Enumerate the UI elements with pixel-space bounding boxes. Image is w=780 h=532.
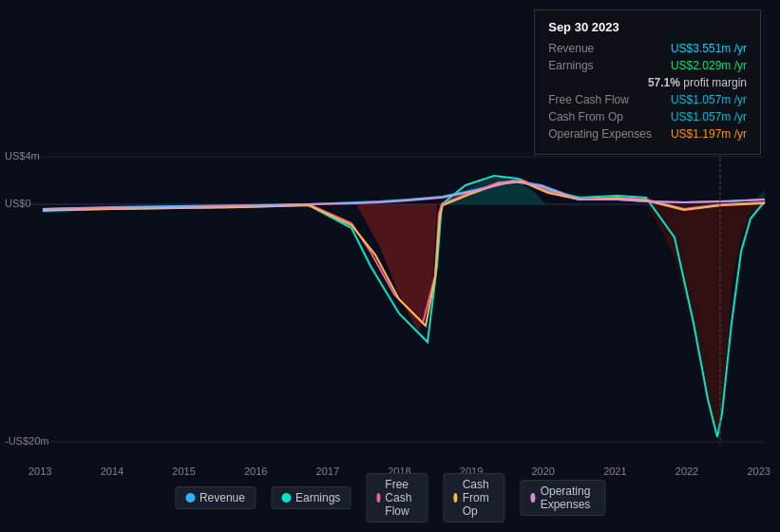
- x-label-2023: 2023: [747, 466, 770, 477]
- legend-label-earnings: Earnings: [295, 491, 340, 504]
- tooltip-row-revenue: Revenue US$3.551m /yr: [548, 42, 747, 55]
- tooltip-row-fcf: Free Cash Flow US$1.057m /yr: [548, 93, 747, 106]
- legend-label-fcf: Free Cash Flow: [385, 478, 417, 518]
- tooltip-row-opex: Operating Expenses US$1.197m /yr: [548, 127, 747, 141]
- legend-dot-fcf: [376, 493, 380, 503]
- legend-item-fcf[interactable]: Free Cash Flow: [366, 473, 428, 522]
- tooltip-value-margin: 57.1% profit margin: [648, 76, 747, 89]
- x-label-2021: 2021: [603, 466, 626, 477]
- legend-item-revenue[interactable]: Revenue: [175, 486, 256, 509]
- tooltip-row-margin: 57.1% profit margin: [548, 76, 747, 89]
- chart-container: US$4m US$0 -US$20m 2013 2014 2015 2016 2…: [0, 0, 780, 532]
- legend-label-opex: Operating Expenses: [541, 484, 595, 511]
- x-label-2013: 2013: [29, 466, 51, 477]
- tooltip-value-opex: US$1.197m /yr: [671, 127, 747, 141]
- legend-dot-cashop: [453, 493, 457, 503]
- tooltip-value-earnings: US$2.029m /yr: [671, 59, 747, 72]
- tooltip-label-revenue: Revenue: [548, 42, 594, 55]
- legend-dot-revenue: [185, 493, 195, 503]
- legend-item-opex[interactable]: Operating Expenses: [520, 480, 605, 516]
- x-label-2022: 2022: [675, 466, 698, 477]
- tooltip-label-opex: Operating Expenses: [548, 127, 652, 141]
- tooltip-label-fcf: Free Cash Flow: [548, 93, 629, 106]
- tooltip-value-revenue: US$3.551m /yr: [671, 42, 747, 55]
- tooltip-row-cashop: Cash From Op US$1.057m /yr: [548, 110, 747, 124]
- x-label-2014: 2014: [101, 466, 124, 477]
- legend: Revenue Earnings Free Cash Flow Cash Fro…: [175, 473, 605, 522]
- legend-dot-opex: [530, 493, 535, 503]
- legend-item-earnings[interactable]: Earnings: [271, 486, 351, 509]
- tooltip-value-cashop: US$1.057m /yr: [671, 110, 747, 124]
- y-label-zero: US$0: [5, 198, 31, 209]
- tooltip-label-earnings: Earnings: [548, 59, 593, 72]
- tooltip-row-earnings: Earnings US$2.029m /yr: [548, 59, 747, 72]
- tooltip-label-cashop: Cash From Op: [548, 110, 623, 124]
- tooltip-title: Sep 30 2023: [548, 20, 747, 34]
- legend-dot-earnings: [281, 493, 291, 503]
- y-label-bottom: -US$20m: [5, 435, 48, 446]
- legend-label-revenue: Revenue: [200, 491, 245, 504]
- tooltip-value-fcf: US$1.057m /yr: [671, 93, 747, 106]
- legend-item-cashop[interactable]: Cash From Op: [443, 473, 504, 522]
- tooltip-box: Sep 30 2023 Revenue US$3.551m /yr Earnin…: [534, 10, 761, 155]
- y-label-top: US$4m: [5, 150, 40, 162]
- legend-label-cashop: Cash From Op: [463, 478, 495, 518]
